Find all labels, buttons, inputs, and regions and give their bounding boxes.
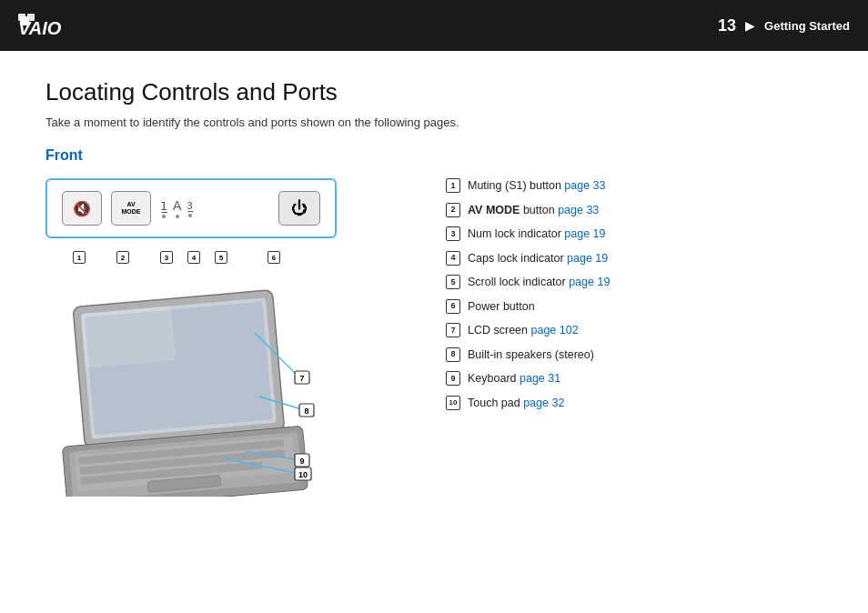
badge-label-1: 1	[446, 178, 460, 193]
svg-rect-2	[18, 14, 25, 21]
page-arrow: ▶	[745, 18, 755, 33]
laptop-illustration: 7 8 9 10	[45, 260, 409, 500]
svg-text:7: 7	[299, 374, 304, 383]
badge-label-8: 8	[446, 347, 460, 362]
badge-label-4: 4	[446, 251, 460, 266]
mute-button-diagram: 🔇	[62, 191, 102, 226]
section-front-title: Front	[45, 147, 823, 164]
callout-item-5: 5 Scroll lock indicator page 19	[446, 275, 823, 291]
callout-item-6: 6 Power button	[446, 299, 823, 316]
item-text-4: Caps lock indicator page 19	[468, 251, 823, 267]
callout-list: 1 Muting (S1) button page 33 2 AV MODE b…	[446, 178, 823, 419]
badge-label-2: 2	[446, 203, 460, 217]
caps-lock-indicator-diagram: A	[173, 198, 181, 218]
page-subtitle: Take a moment to identify the controls a…	[45, 116, 823, 129]
diagram-area: 🔇 AVMODE 1̲	[45, 178, 409, 500]
link-page31[interactable]: page 31	[520, 372, 560, 385]
svg-text:9: 9	[299, 457, 304, 466]
item-text-10: Touch pad page 32	[468, 396, 823, 412]
page-title: Locating Controls and Ports	[45, 78, 823, 106]
badge-label-6: 6	[446, 299, 460, 314]
power-button-diagram: ⏻	[278, 191, 320, 226]
av-mode-label: AVMODE	[122, 201, 141, 215]
item-text-6: Power button	[468, 299, 823, 316]
link-page33-2[interactable]: page 33	[558, 204, 599, 216]
link-page19-3[interactable]: page 19	[564, 227, 605, 240]
link-page33-1[interactable]: page 33	[564, 179, 605, 192]
main-content: Locating Controls and Ports Take a momen…	[0, 51, 868, 518]
svg-rect-3	[27, 14, 35, 21]
link-page32[interactable]: page 32	[523, 397, 564, 409]
av-mode-bold: AV MODE	[468, 204, 520, 216]
item-text-7: LCD screen page 102	[468, 323, 823, 339]
vaio-logo-icon: VAIO	[18, 9, 100, 42]
link-page19-4[interactable]: page 19	[567, 252, 608, 265]
svg-text:10: 10	[298, 470, 308, 479]
link-page19-5[interactable]: page 19	[569, 276, 610, 288]
header: VAIO 13 ▶ Getting Started	[0, 0, 868, 51]
callout-item-10: 10 Touch pad page 32	[446, 396, 823, 412]
callout-item-7: 7 LCD screen page 102	[446, 323, 823, 339]
svg-rect-7	[81, 306, 177, 367]
callout-item-1: 1 Muting (S1) button page 33	[446, 178, 823, 195]
item-text-8: Built-in speakers (stereo)	[468, 347, 823, 364]
badge-label-5: 5	[446, 275, 460, 289]
content-area: 🔇 AVMODE 1̲	[45, 178, 823, 500]
scroll-lock-indicator-diagram: 3̲	[187, 200, 193, 217]
item-text-1: Muting (S1) button page 33	[468, 178, 823, 195]
badge-label-7: 7	[446, 323, 460, 337]
callout-item-8: 8 Built-in speakers (stereo)	[446, 347, 823, 364]
link-page102[interactable]: page 102	[530, 324, 578, 337]
laptop-svg: 7 8 9 10	[45, 260, 337, 497]
av-mode-button-diagram: AVMODE	[111, 191, 151, 226]
badge-label-9: 9	[446, 371, 460, 386]
svg-text:8: 8	[304, 407, 308, 416]
num-lock-indicator-diagram: 1̲	[160, 199, 167, 218]
callout-item-4: 4 Caps lock indicator page 19	[446, 251, 823, 267]
header-section-title: Getting Started	[764, 19, 850, 33]
badge-label-10: 10	[446, 396, 460, 410]
page-number: 13	[718, 16, 736, 35]
badge-label-3: 3	[446, 226, 460, 241]
header-right: 13 ▶ Getting Started	[718, 16, 850, 35]
item-text-3: Num lock indicator page 19	[468, 226, 823, 243]
callout-item-3: 3 Num lock indicator page 19	[446, 226, 823, 243]
item-text-5: Scroll lock indicator page 19	[468, 275, 823, 291]
item-text-9: Keyboard page 31	[468, 371, 823, 387]
callout-item-2: 2 AV MODE button page 33	[446, 203, 823, 219]
svg-text:VAIO: VAIO	[18, 18, 62, 38]
indicators-group: 1̲ A 3̲	[160, 198, 193, 218]
control-panel: 🔇 AVMODE 1̲	[45, 178, 337, 238]
item-text-2: AV MODE button page 33	[468, 203, 823, 219]
logo-area: VAIO	[18, 9, 100, 42]
callout-item-9: 9 Keyboard page 31	[446, 371, 823, 387]
